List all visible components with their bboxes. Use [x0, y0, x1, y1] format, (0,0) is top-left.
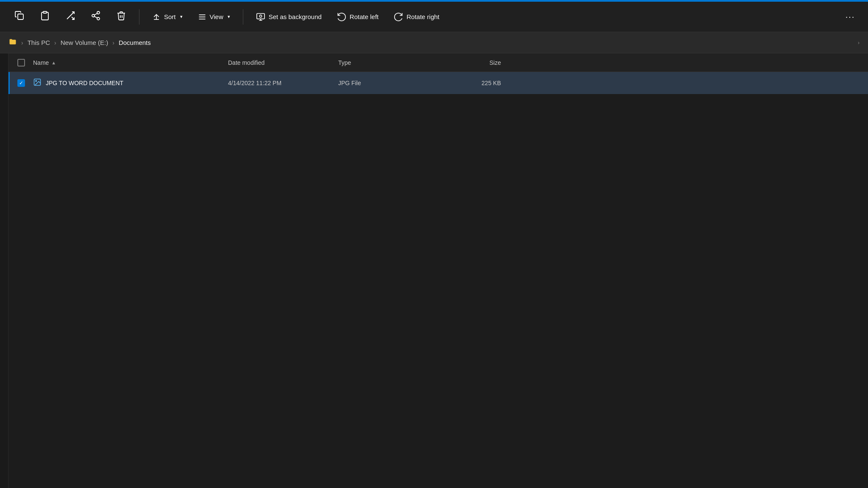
svg-point-15 [259, 15, 262, 17]
table-row[interactable]: ✓ JPG TO WORD DOCUMENT 4/14/2022 11:22 P… [8, 72, 868, 94]
breadcrumb-documents[interactable]: Documents [119, 39, 151, 46]
copy-icon [14, 11, 25, 23]
svg-line-7 [95, 16, 97, 18]
col-header-type[interactable]: Type [335, 59, 437, 66]
sort-icon [152, 13, 161, 21]
row-name-cell: JPG TO WORD DOCUMENT [30, 78, 225, 89]
svg-point-6 [97, 17, 100, 20]
rotate-right-label: Rotate right [406, 13, 440, 20]
breadcrumb: › This PC › New Volume (E:) › Documents … [0, 32, 868, 53]
svg-point-4 [97, 11, 100, 14]
set-background-button[interactable]: Set as background [250, 9, 328, 25]
col-sort-indicator: ▲ [51, 60, 56, 65]
file-name: JPG TO WORD DOCUMENT [46, 80, 123, 86]
row-date: 4/14/2022 11:22 PM [225, 80, 335, 86]
view-label: View [210, 13, 223, 20]
toolbar-divider-1 [139, 9, 139, 25]
sort-label: Sort [164, 13, 176, 20]
svg-line-8 [95, 13, 97, 15]
row-checkbox-cell: ✓ [13, 79, 30, 87]
select-all-checkbox[interactable] [17, 59, 25, 67]
col-header-size[interactable]: Size [437, 59, 504, 66]
column-headers: Name ▲ Date modified Type Size [8, 53, 868, 72]
svg-point-5 [92, 14, 95, 17]
set-background-icon [256, 12, 265, 22]
paste-icon [40, 11, 50, 23]
toolbar: Sort ▾ View ▾ Set as background [0, 2, 868, 32]
move-icon [65, 11, 75, 23]
breadcrumb-new-volume[interactable]: New Volume (E:) [61, 39, 108, 46]
row-type: JPG File [335, 80, 437, 86]
rotate-left-label: Rotate left [350, 13, 378, 20]
rotate-left-icon [337, 12, 346, 22]
paste-button[interactable] [34, 6, 56, 28]
file-icon [33, 78, 42, 89]
select-all-checkbox-cell [13, 59, 30, 67]
toolbar-divider-2 [243, 9, 243, 25]
delete-button[interactable] [110, 6, 132, 28]
breadcrumb-sep-1: › [54, 39, 56, 46]
set-background-label: Set as background [269, 13, 322, 20]
col-header-type-label: Type [338, 59, 351, 66]
col-header-date-label: Date modified [228, 59, 264, 66]
breadcrumb-sep-2: › [112, 39, 114, 46]
col-header-size-label: Size [490, 59, 501, 66]
rotate-right-button[interactable]: Rotate right [388, 9, 445, 25]
breadcrumb-sep-0: › [21, 39, 23, 46]
layout-container: Name ▲ Date modified Type Size ✓ [0, 53, 868, 488]
main-content: Name ▲ Date modified Type Size ✓ [8, 53, 868, 488]
svg-point-17 [36, 80, 37, 81]
copy-button[interactable] [8, 6, 31, 28]
sort-chevron: ▾ [180, 14, 183, 19]
more-options-button[interactable]: ··· [841, 8, 860, 26]
sort-button[interactable]: Sort ▾ [146, 9, 189, 25]
col-header-name[interactable]: Name ▲ [30, 59, 225, 66]
share-icon [91, 11, 101, 23]
view-chevron: ▾ [228, 14, 230, 19]
share-button[interactable] [85, 6, 107, 28]
col-header-name-label: Name [33, 59, 49, 66]
rotate-right-icon [394, 12, 403, 22]
col-header-date[interactable]: Date modified [225, 59, 335, 66]
left-sidebar [0, 53, 8, 488]
row-size: 225 KB [437, 80, 504, 86]
svg-rect-1 [43, 11, 47, 13]
rotate-left-button[interactable]: Rotate left [331, 9, 384, 25]
breadcrumb-this-pc[interactable]: This PC [28, 39, 50, 46]
view-button[interactable]: View ▾ [192, 9, 236, 25]
breadcrumb-folder-icon [8, 37, 17, 48]
row-checkbox[interactable]: ✓ [17, 79, 25, 87]
delete-icon [116, 11, 126, 23]
view-icon [198, 13, 206, 21]
move-button[interactable] [59, 6, 81, 28]
more-options-icon: ··· [846, 12, 855, 22]
row-checkmark: ✓ [19, 80, 23, 86]
breadcrumb-end-chevron: › [858, 40, 860, 46]
svg-rect-14 [257, 13, 264, 19]
svg-rect-0 [18, 14, 23, 19]
